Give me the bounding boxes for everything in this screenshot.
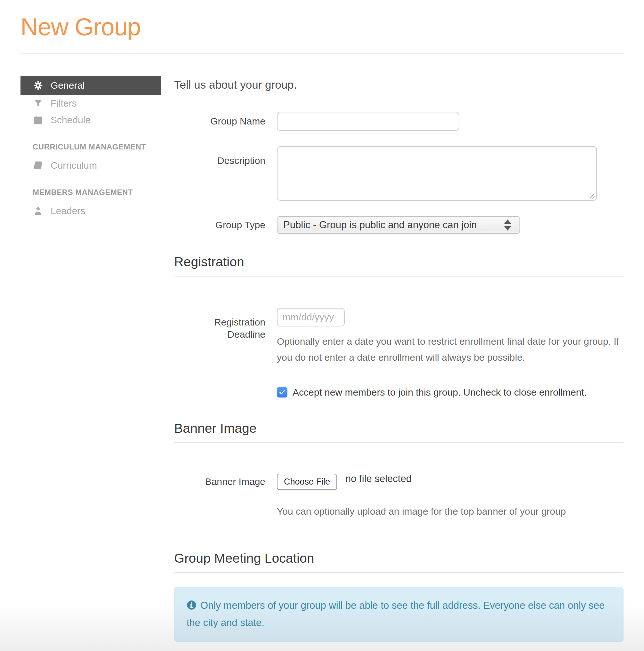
banner-image-label: Banner Image — [174, 471, 265, 488]
registration-heading: Registration — [174, 254, 623, 270]
group-type-label: Group Type — [174, 219, 265, 231]
banner-image-heading: Banner Image — [174, 421, 623, 436]
sidebar-item-curriculum[interactable]: Curriculum — [21, 157, 161, 174]
funnel-icon — [33, 98, 43, 109]
calendar-icon — [33, 115, 43, 125]
intro-heading: Tell us about your group. — [174, 79, 623, 91]
choose-file-button[interactable]: Choose File — [277, 474, 337, 490]
sidebar-item-schedule[interactable]: Schedule — [21, 112, 161, 128]
info-icon — [187, 598, 196, 608]
group-type-row: Group Type Public - Group is public and … — [174, 216, 623, 234]
location-privacy-alert: Only members of your group will be able … — [174, 587, 623, 642]
meeting-location-heading: Group Meeting Location — [174, 551, 623, 566]
accept-members-checkbox[interactable] — [277, 387, 287, 398]
group-name-row: Group Name — [174, 112, 623, 131]
sidebar-item-label: General — [51, 80, 85, 91]
banner-image-help: You can optionally upload an image for t… — [277, 503, 623, 520]
file-status-text: no file selected — [345, 473, 411, 485]
accept-members-row: Accept new members to join this group. U… — [174, 387, 623, 398]
person-icon — [33, 206, 43, 216]
registration-deadline-label: Registration Deadline — [174, 308, 265, 340]
select-arrows-icon — [504, 220, 511, 231]
registration-deadline-row: Registration Deadline Optionally enter a… — [174, 308, 623, 366]
description-textarea[interactable] — [277, 146, 597, 201]
sidebar-section-curriculum-management: CURRICULUM MANAGEMENT — [21, 143, 161, 151]
header-divider — [21, 54, 623, 54]
banner-divider — [174, 442, 623, 443]
description-label: Description — [174, 146, 265, 167]
book-icon — [33, 160, 43, 171]
page: New Group — [0, 0, 644, 651]
sidebar-item-label: Filters — [51, 98, 77, 109]
group-type-select[interactable]: Public - Group is public and anyone can … — [277, 216, 520, 234]
sidebar-item-label: Leaders — [51, 206, 85, 216]
page-title: New Group — [21, 13, 623, 41]
main-form: Tell us about your group. Group Name Des… — [174, 76, 623, 651]
sidebar-item-leaders[interactable]: Leaders — [21, 203, 161, 219]
registration-divider — [174, 276, 623, 277]
registration-deadline-help: Optionally enter a date you want to rest… — [277, 334, 623, 366]
gear-icon — [33, 80, 43, 91]
banner-image-row: Banner Image Choose File no file selecte… — [174, 471, 623, 520]
meeting-location-divider — [174, 572, 623, 573]
location-privacy-text: Only members of your group will be able … — [187, 600, 605, 628]
description-row: Description — [174, 146, 623, 201]
accept-members-label: Accept new members to join this group. U… — [293, 387, 587, 398]
sidebar: General Filters — [21, 76, 161, 219]
sidebar-item-general[interactable]: General — [21, 76, 161, 95]
group-type-selected-value: Public - Group is public and anyone can … — [283, 219, 477, 231]
sidebar-section-members-management: MEMBERS MANAGEMENT — [21, 188, 161, 197]
sidebar-item-label: Curriculum — [51, 160, 97, 171]
group-name-label: Group Name — [174, 115, 265, 127]
registration-deadline-input[interactable] — [277, 308, 345, 327]
sidebar-item-filters[interactable]: Filters — [21, 95, 161, 112]
group-name-input[interactable] — [277, 112, 459, 131]
sidebar-item-label: Schedule — [51, 115, 91, 125]
